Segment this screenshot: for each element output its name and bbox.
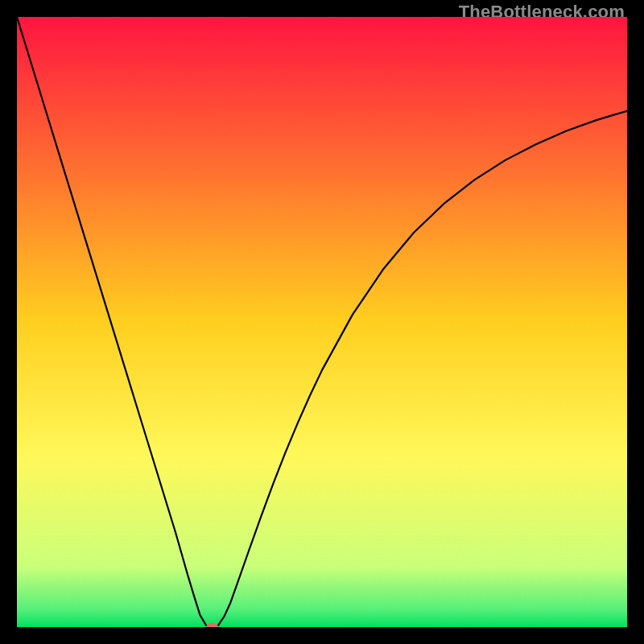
chart-svg [17,17,627,627]
chart-frame [17,17,627,627]
chart-background [17,17,627,627]
